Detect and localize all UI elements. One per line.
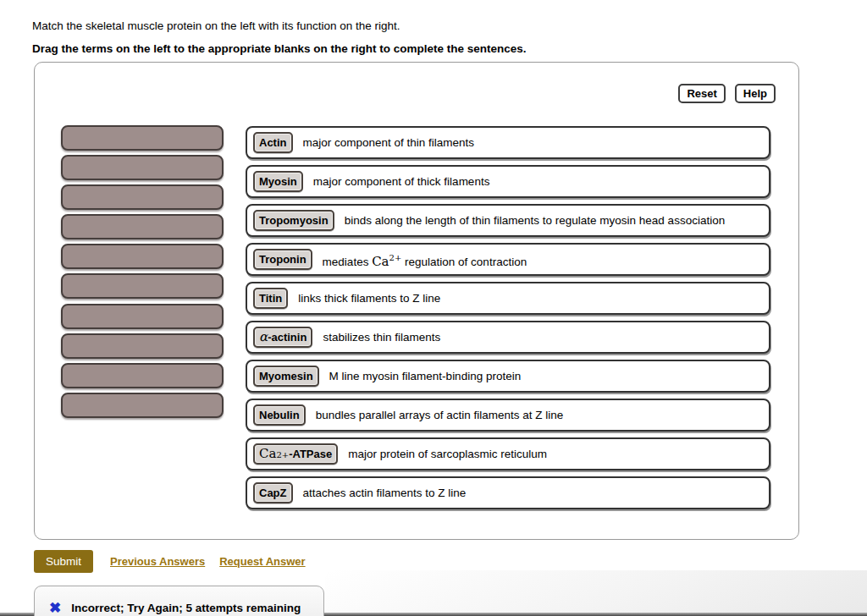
text-segment: stabilizes thin filaments xyxy=(323,331,440,344)
math-text: 2+ xyxy=(389,253,402,262)
blank-slot[interactable] xyxy=(61,214,224,239)
math-text: Ca xyxy=(259,448,276,460)
term-chip[interactable]: Tropomyosin xyxy=(253,210,334,231)
function-text: major protein of sarcoplasmic reticulum xyxy=(348,448,547,460)
function-text: links thick filaments to Z line xyxy=(298,292,440,305)
text-segment: regulation of contraction xyxy=(401,255,527,267)
text-segment: Nebulin xyxy=(259,408,300,422)
text-segment: major protein of sarcoplasmic reticulum xyxy=(348,448,547,460)
blank-slot[interactable] xyxy=(61,125,224,151)
match-row[interactable]: CapZattaches actin filaments to Z line xyxy=(246,476,770,509)
text-segment: CapZ xyxy=(259,486,287,500)
blank-slot[interactable] xyxy=(61,273,224,299)
term-chip[interactable]: Myosin xyxy=(253,171,303,192)
text-segment: major component of thin filaments xyxy=(303,136,475,149)
blank-slot[interactable] xyxy=(61,155,224,180)
term-chip[interactable]: α-actinin xyxy=(253,327,312,348)
function-text: M line myosin filament-binding protein xyxy=(329,370,522,382)
previous-answers-link[interactable]: Previous Answers xyxy=(110,555,205,568)
term-chip[interactable]: Ca2+-ATPase xyxy=(253,443,338,465)
function-text: attaches actin filaments to Z line xyxy=(303,487,467,499)
math-text: α xyxy=(259,331,268,344)
text-segment: Myosin xyxy=(259,174,297,189)
function-text: stabilizes thin filaments xyxy=(323,331,440,344)
text-segment: Tropomyosin xyxy=(259,213,329,228)
incorrect-x-icon: ✖ xyxy=(49,601,61,615)
function-text: bundles parallel arrays of actin filamen… xyxy=(316,409,564,421)
text-segment: -actinin xyxy=(268,330,306,344)
help-button[interactable]: Help xyxy=(735,84,776,103)
feedback-box: ✖ Incorrect; Try Again; 5 attempts remai… xyxy=(34,586,324,616)
function-text: major component of thick filaments xyxy=(313,175,490,188)
text-segment: Actin xyxy=(259,135,287,150)
term-chip[interactable]: Nebulin xyxy=(253,404,306,426)
question-instruction: Match the skeletal muscle protein on the… xyxy=(32,19,400,32)
panel-toolbar: Reset Help xyxy=(678,84,776,103)
function-text: binds along the length of thin filaments… xyxy=(345,214,726,227)
target-column: Actinmajor component of thin filamentsMy… xyxy=(246,126,770,509)
match-row[interactable]: MyomesinM line myosin filament-binding p… xyxy=(246,360,770,393)
text-segment: major component of thick filaments xyxy=(313,175,490,188)
drag-instruction: Drag the terms on the left to the approp… xyxy=(32,42,527,55)
blank-column xyxy=(61,125,224,418)
text-segment: Titin xyxy=(259,291,282,305)
blank-slot[interactable] xyxy=(61,333,224,359)
term-chip[interactable]: Myomesin xyxy=(253,366,319,387)
match-row[interactable]: Titinlinks thick filaments to Z line xyxy=(246,282,770,315)
blank-slot[interactable] xyxy=(61,393,224,418)
text-segment: bundles parallel arrays of actin filamen… xyxy=(316,409,564,421)
term-chip[interactable]: Troponin xyxy=(253,249,312,270)
submit-button[interactable]: Submit xyxy=(34,550,93,573)
blank-slot[interactable] xyxy=(61,184,224,210)
function-text: major component of thin filaments xyxy=(303,136,475,149)
term-chip[interactable]: Actin xyxy=(253,132,293,153)
match-row[interactable]: Ca2+-ATPasemajor protein of sarcoplasmic… xyxy=(246,437,770,470)
match-row[interactable]: Actinmajor component of thin filaments xyxy=(246,126,770,159)
text-segment: Myomesin xyxy=(259,369,313,383)
drag-drop-panel: Reset Help Actinmajor component of thin … xyxy=(34,62,799,540)
answer-links: Previous Answers Request Answer xyxy=(110,555,306,568)
math-text: Ca xyxy=(372,253,389,268)
match-row[interactable]: Myosinmajor component of thick filaments xyxy=(246,165,770,198)
request-answer-link[interactable]: Request Answer xyxy=(219,555,305,568)
term-chip[interactable]: CapZ xyxy=(253,482,293,503)
function-text: mediates Ca2+ regulation of contraction xyxy=(323,251,527,268)
term-chip[interactable]: Titin xyxy=(253,288,288,309)
match-row[interactable]: α-actininstabilizes thin filaments xyxy=(246,321,770,354)
blank-slot[interactable] xyxy=(61,244,224,269)
lower-panel-background xyxy=(325,570,867,616)
blank-slot[interactable] xyxy=(61,304,224,329)
text-segment: Troponin xyxy=(259,252,306,267)
text-segment: binds along the length of thin filaments… xyxy=(345,214,726,227)
text-segment: attaches actin filaments to Z line xyxy=(303,487,467,499)
match-row[interactable]: Tropomyosinbinds along the length of thi… xyxy=(246,204,770,237)
text-segment: mediates xyxy=(323,255,373,267)
text-segment: links thick filaments to Z line xyxy=(298,292,440,305)
text-segment: -ATPase xyxy=(289,447,332,461)
blank-slot[interactable] xyxy=(61,363,224,388)
match-row[interactable]: Troponinmediates Ca2+ regulation of cont… xyxy=(246,243,770,276)
text-segment: M line myosin filament-binding protein xyxy=(329,370,522,382)
match-row[interactable]: Nebulinbundles parallel arrays of actin … xyxy=(246,399,770,432)
math-text: 2+ xyxy=(276,448,289,461)
feedback-message: Incorrect; Try Again; 5 attempts remaini… xyxy=(71,602,301,614)
reset-button[interactable]: Reset xyxy=(678,84,725,103)
